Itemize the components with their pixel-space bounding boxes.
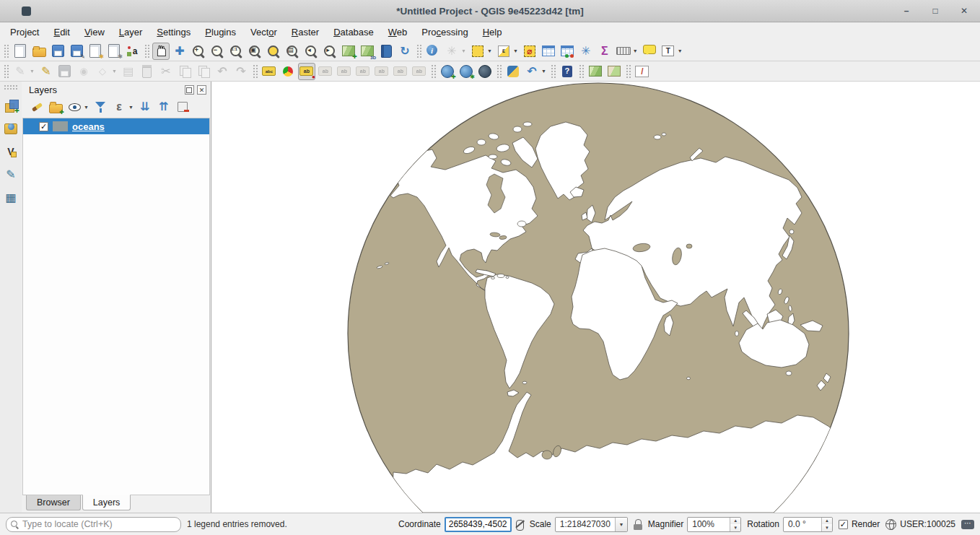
locator-search[interactable] xyxy=(6,517,181,532)
layers-panel-title: Layers xyxy=(29,84,57,95)
save-project-as-icon[interactable]: ✎ xyxy=(68,43,85,60)
pan-map-icon[interactable] xyxy=(152,43,170,60)
open-layer-styling-icon[interactable] xyxy=(28,98,45,116)
deselect-features-icon[interactable]: ⌀ xyxy=(521,43,538,60)
field-calculator-icon[interactable] xyxy=(559,43,576,60)
toolbar-grip xyxy=(579,64,584,79)
new-print-layout-icon[interactable]: ✱ xyxy=(87,43,104,60)
quickmap-services-icon[interactable] xyxy=(587,63,604,80)
new-geopackage-layer-icon[interactable] xyxy=(2,120,19,137)
manage-map-themes-icon[interactable]: ▼ xyxy=(66,98,90,116)
select-features-icon[interactable]: ▼ xyxy=(469,43,494,60)
scale-combobox[interactable]: 1:218427030 ▼ xyxy=(555,517,628,532)
magnifier-spinbox[interactable]: 100% ▲▼ xyxy=(687,517,741,532)
new-map-view-icon[interactable]: ✚ xyxy=(340,43,357,60)
menu-database[interactable]: Database xyxy=(326,25,381,40)
minimize-button[interactable]: – xyxy=(901,6,912,16)
menu-raster[interactable]: Raster xyxy=(284,25,326,40)
spin-up-icon[interactable]: ▲ xyxy=(730,518,740,525)
menu-settings[interactable]: Settings xyxy=(149,25,198,40)
map-tips-icon[interactable] xyxy=(641,43,658,60)
zoom-full-icon[interactable]: ▣ xyxy=(246,43,263,60)
spin-down-icon[interactable]: ▼ xyxy=(822,524,832,531)
metasearch-services-icon[interactable]: ✱ xyxy=(458,63,475,80)
data-source-manager-icon[interactable]: ✚ xyxy=(2,97,19,114)
new-3d-map-view-icon[interactable]: 3D xyxy=(359,43,376,60)
new-project-icon[interactable] xyxy=(12,43,29,60)
zoom-out-icon[interactable]: − xyxy=(209,43,226,60)
zoom-last-icon[interactable]: ◂ xyxy=(302,43,320,60)
toggle-editing-icon[interactable]: ✎ xyxy=(38,63,55,80)
style-manager-icon[interactable]: a xyxy=(124,43,141,60)
expand-all-icon[interactable]: ⇊ xyxy=(136,98,154,116)
menu-plugins[interactable]: Plugins xyxy=(198,25,243,40)
zoom-to-layer-icon[interactable]: ▤ xyxy=(284,43,301,60)
crs-code[interactable]: USER:100025 xyxy=(900,519,955,529)
osm-editor-icon[interactable] xyxy=(605,63,623,80)
extents-toggle-icon[interactable] xyxy=(515,518,524,530)
menu-web[interactable]: Web xyxy=(381,25,415,40)
panel-float-button[interactable] xyxy=(185,85,194,95)
panel-close-button[interactable]: ✕ xyxy=(197,85,206,95)
tab-layers[interactable]: Layers xyxy=(82,495,131,510)
filter-by-expression-icon[interactable]: ε▼ xyxy=(110,98,135,116)
chevron-down-icon[interactable]: ▼ xyxy=(615,518,627,531)
processing-history-icon[interactable]: ↶▼ xyxy=(523,63,548,80)
pan-to-selection-icon[interactable]: ✚ xyxy=(171,43,188,60)
add-vector-layer-icon[interactable]: V xyxy=(2,143,19,160)
island-svalbard-2 xyxy=(662,133,666,136)
zoom-to-selection-icon[interactable] xyxy=(265,43,282,60)
menu-layer[interactable]: Layer xyxy=(112,25,150,40)
processing-toolbox-icon[interactable]: ✳ xyxy=(577,43,595,60)
spin-up-icon[interactable]: ▲ xyxy=(822,518,832,525)
tab-browser[interactable]: Browser xyxy=(26,495,81,510)
menu-edit[interactable]: Edit xyxy=(46,25,76,40)
highlight-pinned-labels-icon[interactable]: ab● xyxy=(298,63,315,80)
collapse-all-icon[interactable]: ⇈ xyxy=(155,98,172,116)
spin-down-icon[interactable]: ▼ xyxy=(730,524,740,531)
layer-diagram-options-icon[interactable] xyxy=(279,63,297,80)
remove-layer-icon[interactable] xyxy=(174,98,191,116)
map-canvas[interactable] xyxy=(211,82,980,513)
save-project-icon[interactable] xyxy=(49,43,66,60)
refresh-map-icon[interactable]: ↻ xyxy=(396,43,414,60)
filter-legend-icon[interactable] xyxy=(92,98,109,116)
layer-visibility-checkbox[interactable]: ✓ xyxy=(39,122,48,131)
new-mesh-layer-icon[interactable]: ▦ xyxy=(2,189,19,206)
open-project-icon[interactable] xyxy=(30,43,48,60)
rotation-spinbox[interactable]: 0.0 ° ▲▼ xyxy=(783,517,833,532)
menu-vector[interactable]: Vector xyxy=(243,25,284,40)
select-by-expression-icon[interactable]: ε▼ xyxy=(495,43,520,60)
metasearch-icon[interactable] xyxy=(476,63,494,80)
metasearch-new-service-icon[interactable]: ✚ xyxy=(439,63,456,80)
locator-input[interactable] xyxy=(22,519,176,529)
open-attribute-table-icon[interactable] xyxy=(540,43,557,60)
zoom-in-icon[interactable]: + xyxy=(190,43,207,60)
layer-labeling-options-icon[interactable]: abc xyxy=(261,63,278,80)
menu-help[interactable]: Help xyxy=(476,25,509,40)
messages-icon[interactable]: ⋯ xyxy=(961,520,974,529)
help-contents-icon[interactable]: ? xyxy=(559,63,576,80)
text-annotation-icon[interactable]: T▼ xyxy=(660,43,684,60)
crs-globe-icon[interactable] xyxy=(885,519,896,530)
show-layout-manager-icon[interactable]: ✱ xyxy=(105,43,123,60)
show-spatial-bookmarks-icon[interactable] xyxy=(377,43,395,60)
close-button[interactable]: ✕ xyxy=(958,6,970,16)
layer-row-oceans[interactable]: ✓ oceans xyxy=(23,118,209,134)
lock-scale-icon[interactable] xyxy=(634,519,642,530)
python-console-icon[interactable] xyxy=(504,63,522,80)
zoom-next-icon[interactable]: ▸ xyxy=(321,43,338,60)
new-shapefile-layer-icon[interactable]: ✎ xyxy=(2,166,19,183)
menu-project[interactable]: Project xyxy=(3,25,46,40)
maximize-button[interactable]: □ xyxy=(929,6,941,16)
render-checkbox[interactable]: ✓ xyxy=(839,520,848,529)
menu-processing[interactable]: Processing xyxy=(414,25,475,40)
identify-features-icon[interactable]: i xyxy=(424,43,442,60)
add-group-icon[interactable]: ✚ xyxy=(47,98,64,116)
coordinate-input[interactable] xyxy=(445,517,512,532)
zoom-native-icon[interactable]: 1:1 xyxy=(227,43,245,60)
menu-view[interactable]: View xyxy=(77,25,112,40)
elevation-profile-icon[interactable]: / xyxy=(634,63,651,80)
statistical-summary-icon[interactable]: Σ xyxy=(596,43,613,60)
measure-icon[interactable]: ▼ xyxy=(615,43,639,60)
